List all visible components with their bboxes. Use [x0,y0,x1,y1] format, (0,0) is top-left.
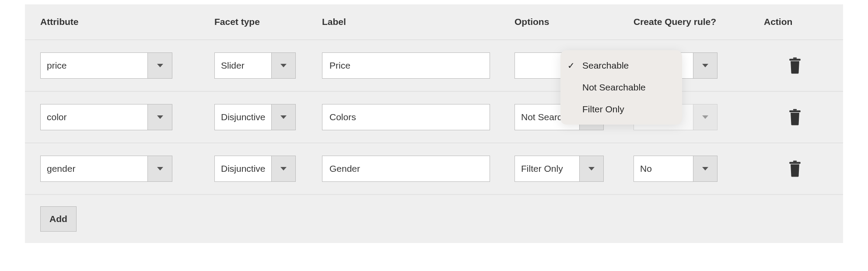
header-facet-type: Facet type [214,17,322,27]
chevron-down-icon [157,115,163,119]
check-icon: ✓ [567,60,575,71]
attribute-value: color [41,104,147,130]
svg-rect-3 [789,110,801,112]
facet-type-select[interactable]: Slider [214,52,296,79]
table-row: gender Disjunctive Gender Filter Only [25,143,843,195]
create-query-rule-dropdown-toggle[interactable] [693,156,717,181]
svg-rect-0 [793,58,797,59]
options-popup-item-searchable[interactable]: ✓ Searchable [560,55,682,76]
chevron-down-icon [702,167,708,170]
add-button[interactable]: Add [40,206,77,232]
facet-type-dropdown-toggle[interactable] [271,53,295,78]
attribute-select[interactable]: gender [40,156,172,182]
svg-rect-5 [789,162,801,163]
trash-icon[interactable] [788,57,802,74]
attribute-dropdown-toggle[interactable] [147,53,172,78]
svg-rect-4 [793,161,797,162]
facet-type-value: Disjunctive [215,104,271,130]
options-popup-item-label: Filter Only [582,104,624,115]
options-select[interactable]: Filter Only [514,156,604,182]
trash-icon[interactable] [788,109,802,125]
options-popup-item-label: Not Searchable [582,82,646,93]
facet-type-value: Slider [215,53,271,78]
create-query-rule-value: No [634,156,693,181]
label-input[interactable]: Colors [322,104,490,130]
header-options: Options [514,17,634,27]
attribute-value: price [41,53,147,78]
label-value: Colors [329,112,356,122]
attribute-value: gender [41,156,147,181]
attribute-dropdown-toggle[interactable] [147,104,172,130]
chevron-down-icon [280,64,287,67]
facet-type-select[interactable]: Disjunctive [214,156,296,182]
attribute-select[interactable]: color [40,104,172,130]
svg-rect-1 [789,59,801,60]
chevron-down-icon [702,115,708,119]
chevron-down-icon [280,167,287,170]
options-dropdown-toggle[interactable] [579,156,603,181]
facet-type-dropdown-toggle[interactable] [271,104,295,130]
options-value: Filter Only [515,156,579,181]
chevron-down-icon [157,64,163,67]
table-row: price Slider Price [25,40,843,92]
attribute-select[interactable]: price [40,52,172,79]
table-row: color Disjunctive Colors Not Searchable [25,92,843,143]
chevron-down-icon [588,167,595,170]
svg-rect-2 [793,109,797,111]
add-row: Add [25,195,843,243]
header-attribute: Attribute [40,17,214,27]
attribute-dropdown-toggle[interactable] [147,156,172,181]
facet-type-dropdown-toggle[interactable] [271,156,295,181]
label-value: Price [329,60,350,71]
facet-type-value: Disjunctive [215,156,271,181]
label-value: Gender [329,163,360,174]
chevron-down-icon [702,64,708,67]
header-create-query-rule: Create Query rule? [634,17,764,27]
table-header: Attribute Facet type Label Options Creat… [25,4,843,40]
create-query-rule-select[interactable]: No [634,156,718,182]
create-query-rule-dropdown-toggle [693,104,717,130]
trash-icon[interactable] [788,160,802,177]
chevron-down-icon [157,167,163,170]
options-popup-item-not-searchable[interactable]: Not Searchable [560,76,682,98]
label-input[interactable]: Price [322,52,490,79]
facet-type-select[interactable]: Disjunctive [214,104,296,130]
options-popup-item-label: Searchable [582,60,629,71]
header-action: Action [764,17,843,27]
facets-config-table: Attribute Facet type Label Options Creat… [25,4,843,243]
label-input[interactable]: Gender [322,156,490,182]
header-label: Label [322,17,514,27]
chevron-down-icon [280,115,287,119]
options-popup-item-filter-only[interactable]: Filter Only [560,98,682,120]
create-query-rule-dropdown-toggle[interactable] [693,53,717,78]
options-popup[interactable]: ✓ Searchable Not Searchable Filter Only [560,50,682,125]
